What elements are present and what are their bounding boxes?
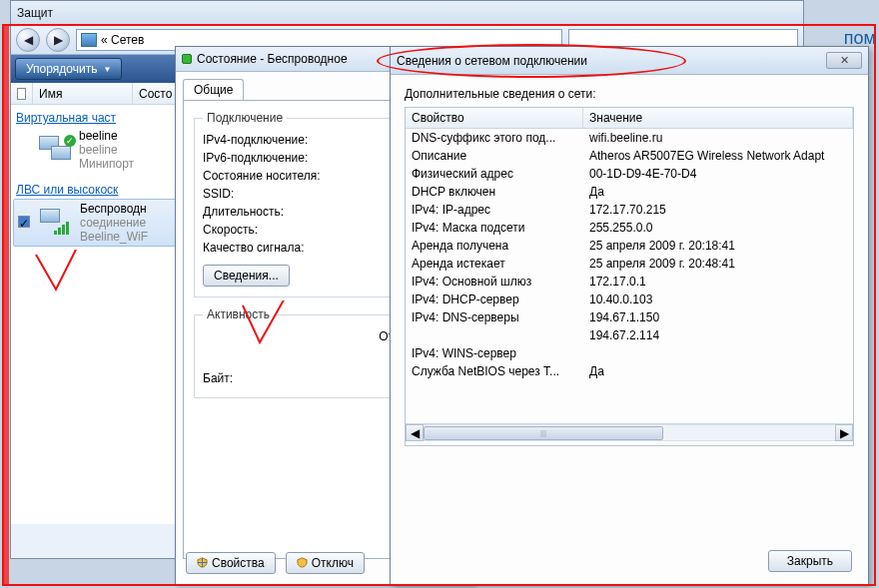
item-sub2: Beeline_WiF xyxy=(80,230,148,244)
table-row[interactable]: 194.67.2.114 xyxy=(406,326,853,344)
cell-property: DNS-суффикс этого под... xyxy=(406,130,583,146)
item-sub1: соединение xyxy=(80,216,148,230)
details-grid: Свойство Значение DNS-суффикс этого под.… xyxy=(405,107,854,446)
cell-value: 25 апреля 2009 г. 20:18:41 xyxy=(583,238,853,254)
col-name[interactable]: Имя xyxy=(33,83,133,104)
organize-label: Упорядочить xyxy=(26,62,97,76)
signal-icon xyxy=(182,54,192,64)
cell-property: IPv4: IP-адрес xyxy=(406,202,583,218)
cell-property: Служба NetBIOS через T... xyxy=(406,363,583,379)
bytes-label: Байт: xyxy=(203,371,233,385)
row-ssid: SSID: xyxy=(203,187,234,201)
row-ipv6: IPv6-подключение: xyxy=(203,151,308,165)
cell-property: Аренда истекает xyxy=(406,256,583,272)
shield-icon xyxy=(197,557,208,569)
scroll-right-button[interactable]: ▶ xyxy=(835,424,853,441)
cell-value xyxy=(583,345,853,361)
disable-button[interactable]: Отключ xyxy=(286,552,365,574)
cell-value: Atheros AR5007EG Wireless Network Adapt xyxy=(583,148,853,164)
row-duration: Длительность: xyxy=(203,205,284,219)
table-row[interactable]: ОписаниеAtheros AR5007EG Wireless Networ… xyxy=(406,147,853,165)
vpn-icon: ✓ xyxy=(39,136,73,164)
row-signal-quality: Качество сигнала: xyxy=(203,241,304,255)
h-scrollbar[interactable]: ◀ ▶ xyxy=(406,423,853,441)
table-row[interactable]: IPv4: DNS-серверы194.67.1.150 xyxy=(406,308,853,326)
cell-property: Физический адрес xyxy=(406,166,583,182)
cell-property: Аренда получена xyxy=(406,238,583,254)
item-title: beeline xyxy=(79,129,134,143)
table-row[interactable]: IPv4: WINS-сервер xyxy=(406,344,853,362)
wifi-icon xyxy=(40,209,74,237)
chevron-down-icon: ▼ xyxy=(103,65,111,74)
grid-header[interactable]: Свойство Значение xyxy=(406,108,853,129)
cell-property: IPv4: DNS-серверы xyxy=(406,309,583,325)
frame-title-text: Защит xyxy=(17,6,797,20)
cell-property: IPv4: WINS-сервер xyxy=(406,345,583,361)
status-buttons: Свойства Отключ xyxy=(186,552,365,574)
details-subhead: Дополнительные сведения о сети: xyxy=(405,87,854,101)
cell-value: Да xyxy=(583,363,853,379)
table-row[interactable]: IPv4: Маска подсети255.255.0.0 xyxy=(406,219,853,237)
row-ipv4: IPv4-подключение: xyxy=(203,133,308,147)
cell-property: IPv4: DHCP-сервер xyxy=(406,292,583,307)
cell-value: 172.17.0.1 xyxy=(583,274,853,290)
item-sub2: Минипорт xyxy=(79,157,134,171)
cell-value: 255.255.0.0 xyxy=(583,220,853,236)
close-button[interactable]: Закрыть xyxy=(768,550,852,572)
cell-property: DHCP включен xyxy=(406,184,583,200)
table-row[interactable]: IPv4: DHCP-сервер10.40.0.103 xyxy=(406,291,853,308)
item-checkbox[interactable]: ✓ xyxy=(18,216,30,228)
row-speed: Скорость: xyxy=(203,223,258,237)
red-side-strip xyxy=(2,24,9,586)
table-row[interactable]: Служба NetBIOS через T...Да xyxy=(406,362,853,380)
properties-button[interactable]: Свойства xyxy=(186,552,276,574)
details-window: Сведения о сетевом подключении ✕ Дополни… xyxy=(390,46,869,585)
details-titlebar[interactable]: Сведения о сетевом подключении ✕ xyxy=(391,47,868,75)
table-row[interactable]: DNS-суффикс этого под...wifi.beeline.ru xyxy=(406,129,853,147)
scroll-left-button[interactable]: ◀ xyxy=(406,424,424,441)
cell-value: Да xyxy=(583,184,853,200)
cell-value: 194.67.2.114 xyxy=(583,327,853,343)
grid-body: DNS-суффикс этого под...wifi.beeline.ruО… xyxy=(406,129,853,423)
table-row[interactable]: IPv4: IP-адрес172.17.70.215 xyxy=(406,201,853,219)
grid-col-value[interactable]: Значение xyxy=(583,108,853,128)
cell-value: 194.67.1.150 xyxy=(583,309,853,325)
check-icon: ✓ xyxy=(64,135,76,147)
status-title-text: Состояние - Беспроводное xyxy=(197,52,348,66)
frame-title: Защит xyxy=(11,1,803,25)
cell-value: wifi.beeline.ru xyxy=(583,130,853,146)
close-icon[interactable]: ✕ xyxy=(826,52,862,69)
table-row[interactable]: Аренда получена25 апреля 2009 г. 20:18:4… xyxy=(406,237,853,255)
select-all-checkbox[interactable] xyxy=(17,88,26,100)
back-button[interactable]: ◀ xyxy=(16,28,40,52)
table-row[interactable]: DHCP включенДа xyxy=(406,183,853,201)
details-title-text: Сведения о сетевом подключении xyxy=(397,54,826,68)
network-icon xyxy=(81,33,97,47)
cell-value: 172.17.70.215 xyxy=(583,202,853,218)
item-title: Беспроводн xyxy=(80,202,148,216)
scroll-track[interactable] xyxy=(424,424,835,441)
red-annotation-arrow xyxy=(238,300,298,360)
table-row[interactable]: Аренда истекает25 апреля 2009 г. 20:48:4… xyxy=(406,255,853,273)
grid-col-property[interactable]: Свойство xyxy=(406,108,583,128)
table-row[interactable]: Физический адрес00-1D-D9-4E-70-D4 xyxy=(406,165,853,183)
scroll-thumb[interactable] xyxy=(424,426,663,440)
item-sub1: beeline xyxy=(79,143,134,157)
cell-value: 25 апреля 2009 г. 20:48:41 xyxy=(583,256,853,272)
shield-icon xyxy=(297,557,308,569)
cell-value: 00-1D-D9-4E-70-D4 xyxy=(583,166,853,182)
forward-button[interactable]: ▶ xyxy=(46,28,70,52)
row-media: Состояние носителя: xyxy=(203,169,321,183)
tab-general[interactable]: Общие xyxy=(183,79,244,100)
cell-property: IPv4: Основной шлюз xyxy=(406,274,583,290)
table-row[interactable]: IPv4: Основной шлюз172.17.0.1 xyxy=(406,273,853,291)
connection-legend: Подключение xyxy=(203,111,287,125)
cell-value: 10.40.0.103 xyxy=(583,292,853,307)
breadcrumb-text: « Сетев xyxy=(101,33,144,47)
details-button[interactable]: Сведения... xyxy=(203,265,290,287)
organize-button[interactable]: Упорядочить ▼ xyxy=(15,58,122,80)
cell-property xyxy=(406,327,583,343)
cell-property: IPv4: Маска подсети xyxy=(406,220,583,236)
cell-property: Описание xyxy=(406,148,583,164)
